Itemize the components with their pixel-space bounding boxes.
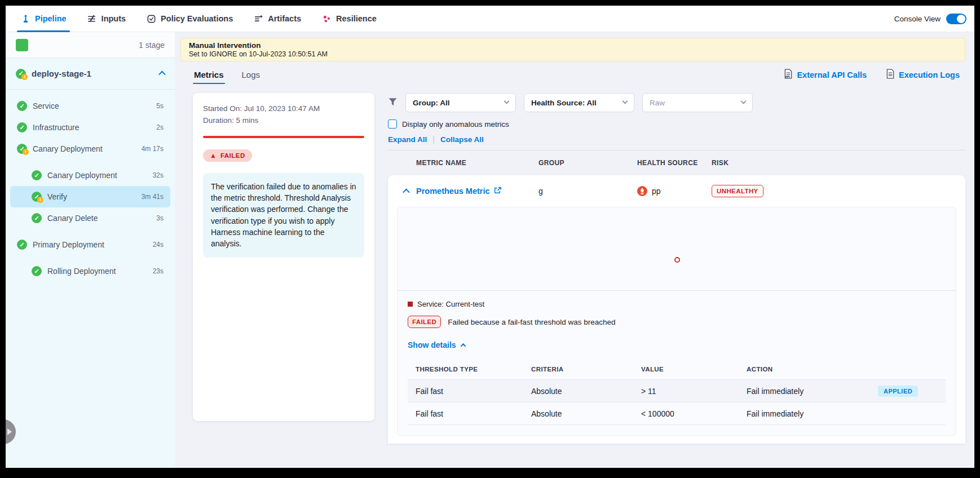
nav-tab-label: Resilience — [336, 14, 377, 23]
success-warning-icon: ✓ — [17, 144, 27, 154]
artifacts-icon — [253, 14, 263, 24]
triangle-right-icon — [7, 428, 12, 435]
table-row: Fail fast Absolute < 100000 Fail immedia… — [408, 402, 946, 425]
tab-logs[interactable]: Logs — [241, 70, 262, 86]
detail-status-row: FAILED Failed because a fail-fast thresh… — [398, 308, 956, 328]
collapse-row-chevron-icon[interactable] — [403, 189, 410, 196]
nav-tab-artifacts[interactable]: Artifacts — [250, 6, 304, 32]
policy-check-icon — [146, 14, 156, 24]
detail-failed-badge: FAILED — [408, 316, 441, 328]
applied-badge: APPLIED — [878, 386, 918, 397]
col-risk: RISK — [712, 159, 965, 167]
banner-title: Manual Intervention — [189, 41, 957, 50]
step-duration: 5s — [156, 102, 164, 110]
execution-logs-link[interactable]: Execution Logs — [886, 69, 960, 81]
stage-status-square[interactable] — [16, 39, 28, 51]
step-label: Service — [33, 101, 59, 110]
step-label: Rolling Deployment — [47, 267, 116, 276]
svg-text:API: API — [785, 75, 791, 78]
show-details-toggle[interactable]: Show details — [398, 328, 956, 349]
progress-bar-failed — [203, 136, 364, 138]
manual-intervention-banner: Manual Intervention Set to IGNORE on 10-… — [180, 38, 965, 61]
step-duration: 3m 41s — [142, 193, 164, 201]
expand-collapse-row: Expand All | Collapse All — [388, 135, 965, 144]
step-label: Infrastructure — [33, 123, 79, 132]
check-circle-icon: ✓ — [17, 122, 27, 132]
metric-row[interactable]: Prometheus Metric g pp — [388, 175, 965, 207]
check-circle-icon: ✓ — [32, 170, 42, 180]
stage-header[interactable]: ✓ deploy-stage-1 — [6, 58, 175, 90]
nav-tab-pipeline[interactable]: Pipeline — [17, 6, 70, 32]
group-filter-dropdown[interactable]: Group: All — [405, 93, 516, 112]
chevron-down-icon — [504, 98, 510, 104]
step-label: Canary Deployment — [47, 171, 117, 180]
col-metric-name: METRIC NAME — [416, 159, 538, 167]
chevron-down-icon — [623, 98, 628, 104]
collapse-sidebar-handle[interactable] — [6, 419, 16, 444]
sidebar-item-service[interactable]: ✓ Service 5s — [10, 95, 170, 117]
warning-triangle-icon: ▲ — [210, 152, 217, 159]
main-content: Manual Intervention Set to IGNORE on 10-… — [175, 32, 974, 468]
console-view-label: Console View — [894, 15, 941, 23]
metric-name-link[interactable]: Prometheus Metric — [416, 187, 538, 196]
chevron-down-icon — [741, 98, 747, 104]
health-source-name: pp — [652, 187, 661, 196]
external-link-icon — [494, 187, 501, 196]
tab-metrics[interactable]: Metrics — [193, 70, 225, 86]
metrics-table-header: METRIC NAME GROUP HEALTH SOURCE RISK — [388, 151, 965, 175]
verification-summary-card: Started On: Jul 10, 2023 10:47 AM Durati… — [193, 93, 374, 421]
step-label: Canary Delete — [47, 214, 98, 223]
col-value: VALUE — [641, 366, 747, 373]
nav-tab-label: Artifacts — [268, 14, 301, 23]
stage-count: 1 stage — [139, 41, 165, 50]
nav-tab-resilience[interactable]: Resilience — [318, 6, 380, 32]
stage-name: deploy-stage-1 — [32, 69, 91, 78]
chevron-up-icon[interactable] — [158, 71, 166, 78]
pipeline-icon — [20, 14, 30, 24]
metric-chart[interactable] — [398, 207, 956, 291]
console-view-toggle[interactable] — [946, 14, 966, 24]
anomalous-data-point[interactable] — [674, 257, 680, 263]
health-source-filter-dropdown[interactable]: Health Source: All — [524, 93, 634, 112]
expand-all-link[interactable]: Expand All — [388, 135, 427, 144]
view-tabs: Metrics Logs API External API Calls Exec… — [175, 61, 974, 86]
sidebar-item-canary-deployment-group[interactable]: ✓ Canary Deployment 4m 17s — [10, 138, 170, 160]
sidebar-item-canary-delete[interactable]: ✓ Canary Delete 3s — [10, 207, 170, 229]
divider: | — [432, 135, 435, 144]
app-window: Pipeline Inputs Policy Evaluations Artif… — [6, 6, 974, 468]
stage-strip: 1 stage — [6, 32, 175, 58]
success-warning-icon: ✓ — [32, 192, 42, 202]
thresholds-header: THRESHOLD TYPE CRITERIA VALUE ACTION — [408, 358, 946, 380]
raw-filter-dropdown[interactable]: Raw — [642, 93, 753, 112]
verification-message: The verification failed due to anomalies… — [203, 173, 364, 258]
sidebar-item-verify[interactable]: ✓ Verify 3m 41s — [10, 186, 170, 207]
nav-tab-inputs[interactable]: Inputs — [83, 6, 130, 32]
check-circle-icon: ✓ — [17, 101, 27, 111]
col-group: GROUP — [538, 159, 637, 167]
sidebar-item-primary-deployment[interactable]: ✓ Primary Deployment 24s — [10, 234, 170, 255]
check-circle-icon: ✓ — [32, 213, 42, 223]
started-on: Started On: Jul 10, 2023 10:47 AM — [203, 103, 364, 115]
nav-tab-policy-evaluations[interactable]: Policy Evaluations — [143, 6, 236, 32]
nav-tab-label: Inputs — [101, 14, 126, 23]
metric-group: g — [538, 187, 637, 196]
check-circle-icon: ✓ — [17, 240, 27, 250]
anomalous-metrics-checkbox[interactable] — [388, 119, 397, 129]
risk-badge-unhealthy: UNHEALTHY — [712, 185, 763, 197]
filter-funnel-icon[interactable] — [388, 97, 398, 109]
resilience-icon — [321, 14, 332, 24]
metric-detail-panel: Service: Current-test FAILED Failed beca… — [397, 207, 956, 436]
sidebar-item-infrastructure[interactable]: ✓ Infrastructure 2s — [10, 117, 170, 138]
sidebar-item-canary-deployment[interactable]: ✓ Canary Deployment 32s — [10, 165, 170, 186]
duration: Duration: 5 mins — [203, 115, 364, 127]
banner-subtitle: Set to IGNORE on 10-Jul-2023 10:50:51 AM — [189, 50, 957, 58]
step-duration: 2s — [156, 123, 164, 131]
sidebar-item-rolling-deployment[interactable]: ✓ Rolling Deployment 23s — [10, 260, 170, 282]
nav-tab-label: Pipeline — [35, 14, 67, 23]
table-row: Fail fast Absolute > 11 Fail immediately… — [408, 380, 946, 402]
external-api-calls-link[interactable]: API External API Calls — [784, 69, 867, 81]
check-circle-icon: ✓ — [32, 266, 42, 276]
step-duration: 23s — [153, 267, 164, 275]
collapse-all-link[interactable]: Collapse All — [440, 135, 484, 144]
anomalous-metrics-checkbox-row[interactable]: Display only anomalous metrics — [388, 119, 965, 129]
